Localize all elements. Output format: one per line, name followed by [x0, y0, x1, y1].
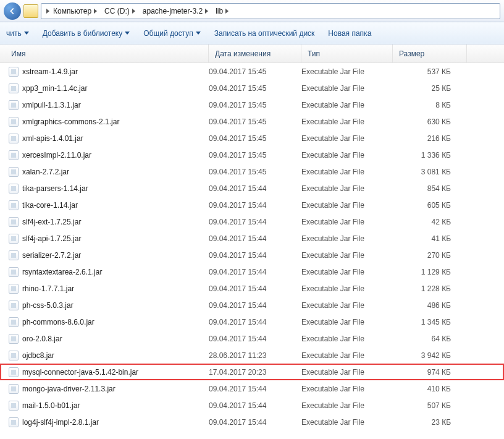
- file-date-cell: 09.04.2017 15:44: [209, 301, 301, 310]
- file-type-cell: Executable Jar File: [301, 401, 393, 410]
- file-name-cell: tika-parsers-1.14.jar: [9, 184, 209, 194]
- file-type-cell: Executable Jar File: [301, 368, 393, 377]
- file-row[interactable]: log4j-slf4j-impl-2.8.1.jar09.04.2017 15:…: [0, 414, 504, 430]
- file-row[interactable]: mail-1.5.0-b01.jar09.04.2017 15:44Execut…: [0, 397, 504, 414]
- chevron-right-icon: [225, 9, 229, 14]
- organize-button[interactable]: чить: [6, 29, 29, 38]
- burn-button[interactable]: Записать на оптический диск: [214, 29, 315, 38]
- file-size-cell: 8 КБ: [393, 101, 461, 109]
- file-name-cell: slf4j-ext-1.7.25.jar: [9, 217, 209, 227]
- file-row[interactable]: xmlgraphics-commons-2.1.jar09.04.2017 15…: [0, 113, 504, 130]
- file-date-cell: 09.04.2017 15:44: [209, 234, 301, 243]
- file-type-cell: Executable Jar File: [301, 218, 393, 226]
- file-row[interactable]: xpp3_min-1.1.4c.jar09.04.2017 15:45Execu…: [0, 80, 504, 96]
- file-row[interactable]: ojdbc8.jar28.06.2017 11:23Executable Jar…: [0, 347, 504, 364]
- file-row[interactable]: mysql-connector-java-5.1.42-bin.jar17.04…: [0, 364, 504, 380]
- breadcrumb-item[interactable]: Компьютер: [49, 4, 101, 19]
- nav-back-button[interactable]: [4, 2, 21, 20]
- jar-file-icon: [9, 384, 19, 394]
- file-row[interactable]: tika-parsers-1.14.jar09.04.2017 15:44Exe…: [0, 180, 504, 197]
- file-name-label: slf4j-api-1.7.25.jar: [22, 234, 81, 243]
- file-row[interactable]: slf4j-ext-1.7.25.jar09.04.2017 15:44Exec…: [0, 213, 504, 230]
- file-row[interactable]: ph-css-5.0.3.jar09.04.2017 15:44Executab…: [0, 297, 504, 313]
- file-date-cell: 09.04.2017 15:44: [209, 218, 301, 226]
- file-name-label: rsyntaxtextarea-2.6.1.jar: [22, 268, 102, 276]
- file-name-cell: xmlgraphics-commons-2.1.jar: [9, 117, 209, 127]
- file-size-cell: 507 КБ: [393, 401, 461, 410]
- file-type-cell: Executable Jar File: [301, 117, 393, 126]
- chevron-right-icon: [94, 9, 97, 14]
- file-name-cell: xmlpull-1.1.3.1.jar: [9, 100, 209, 110]
- file-size-cell: 1 228 КБ: [393, 284, 461, 293]
- breadcrumb-item[interactable]: apache-jmeter-3.2: [139, 4, 212, 19]
- share-label: Общий доступ: [143, 29, 193, 38]
- column-size[interactable]: Размер: [393, 45, 467, 62]
- jar-file-icon: [9, 401, 19, 411]
- file-size-cell: 25 КБ: [393, 84, 461, 93]
- jar-file-icon: [9, 250, 19, 260]
- file-name-cell: xstream-1.4.9.jar: [9, 67, 209, 77]
- file-date-cell: 09.04.2017 15:45: [209, 117, 301, 126]
- file-date-cell: 28.06.2017 11:23: [209, 351, 301, 360]
- file-size-cell: 270 КБ: [393, 251, 461, 260]
- jar-file-icon: [9, 267, 19, 277]
- file-name-label: ph-css-5.0.3.jar: [22, 301, 74, 310]
- file-name-label: slf4j-ext-1.7.25.jar: [22, 218, 81, 226]
- jar-file-icon: [9, 184, 19, 194]
- file-name-cell: log4j-slf4j-impl-2.8.1.jar: [9, 417, 209, 427]
- file-name-cell: xercesImpl-2.11.0.jar: [9, 150, 209, 160]
- file-size-cell: 216 КБ: [393, 134, 461, 143]
- file-date-cell: 09.04.2017 15:45: [209, 168, 301, 176]
- file-type-cell: Executable Jar File: [301, 168, 393, 176]
- column-name[interactable]: Имя: [0, 45, 209, 62]
- file-list[interactable]: xstream-1.4.9.jar09.04.2017 15:45Executa…: [0, 63, 504, 439]
- file-name-cell: xml-apis-1.4.01.jar: [9, 134, 209, 143]
- file-row[interactable]: xercesImpl-2.11.0.jar09.04.2017 15:45Exe…: [0, 147, 504, 163]
- file-name-cell: ph-css-5.0.3.jar: [9, 300, 209, 310]
- file-size-cell: 1 336 КБ: [393, 151, 461, 160]
- file-row[interactable]: xalan-2.7.2.jar09.04.2017 15:45Executabl…: [0, 163, 504, 180]
- file-row[interactable]: oro-2.0.8.jar09.04.2017 15:44Executable …: [0, 330, 504, 347]
- file-row[interactable]: rsyntaxtextarea-2.6.1.jar09.04.2017 15:4…: [0, 263, 504, 280]
- file-name-cell: mongo-java-driver-2.11.3.jar: [9, 384, 209, 394]
- jar-file-icon: [9, 200, 19, 210]
- file-type-cell: Executable Jar File: [301, 201, 393, 210]
- newfolder-label: Новая папка: [328, 29, 371, 38]
- file-type-cell: Executable Jar File: [301, 251, 393, 260]
- file-type-cell: Executable Jar File: [301, 134, 393, 143]
- file-row[interactable]: mongo-java-driver-2.11.3.jar09.04.2017 1…: [0, 380, 504, 397]
- share-button[interactable]: Общий доступ: [143, 29, 201, 38]
- file-row[interactable]: ph-commons-8.6.0.jar09.04.2017 15:44Exec…: [0, 313, 504, 330]
- add-to-library-button[interactable]: Добавить в библиотеку: [43, 29, 130, 38]
- file-name-label: ph-commons-8.6.0.jar: [22, 318, 94, 326]
- column-date[interactable]: Дата изменения: [209, 45, 301, 62]
- file-type-cell: Executable Jar File: [301, 301, 393, 310]
- file-type-cell: Executable Jar File: [301, 418, 393, 427]
- jar-file-icon: [9, 134, 19, 143]
- file-type-cell: Executable Jar File: [301, 385, 393, 393]
- file-name-cell: tika-core-1.14.jar: [9, 200, 209, 210]
- file-size-cell: 3 081 КБ: [393, 168, 461, 176]
- file-row[interactable]: slf4j-api-1.7.25.jar09.04.2017 15:44Exec…: [0, 230, 504, 247]
- file-row[interactable]: tika-core-1.14.jar09.04.2017 15:44Execut…: [0, 197, 504, 213]
- file-size-cell: 410 КБ: [393, 385, 461, 393]
- breadcrumb[interactable]: КомпьютерCC (D:)apache-jmeter-3.2lib: [41, 3, 500, 19]
- file-size-cell: 42 КБ: [393, 218, 461, 226]
- burn-label: Записать на оптический диск: [214, 29, 315, 38]
- file-date-cell: 09.04.2017 15:44: [209, 318, 301, 326]
- breadcrumb-item[interactable]: lib: [212, 4, 232, 19]
- file-name-cell: ojdbc8.jar: [9, 351, 209, 360]
- column-type[interactable]: Тип: [301, 45, 393, 62]
- file-date-cell: 09.04.2017 15:45: [209, 101, 301, 109]
- file-size-cell: 64 КБ: [393, 335, 461, 343]
- file-row[interactable]: xstream-1.4.9.jar09.04.2017 15:45Executa…: [0, 63, 504, 80]
- file-row[interactable]: xmlpull-1.1.3.1.jar09.04.2017 15:45Execu…: [0, 96, 504, 113]
- file-size-cell: 630 КБ: [393, 117, 461, 126]
- jar-file-icon: [9, 67, 19, 77]
- file-row[interactable]: rhino-1.7.7.1.jar09.04.2017 15:44Executa…: [0, 280, 504, 297]
- breadcrumb-item[interactable]: CC (D:): [101, 4, 139, 19]
- new-folder-button[interactable]: Новая папка: [328, 29, 371, 38]
- file-row[interactable]: xml-apis-1.4.01.jar09.04.2017 15:45Execu…: [0, 130, 504, 147]
- file-row[interactable]: serializer-2.7.2.jar09.04.2017 15:44Exec…: [0, 247, 504, 263]
- file-name-label: xpp3_min-1.1.4c.jar: [22, 84, 87, 93]
